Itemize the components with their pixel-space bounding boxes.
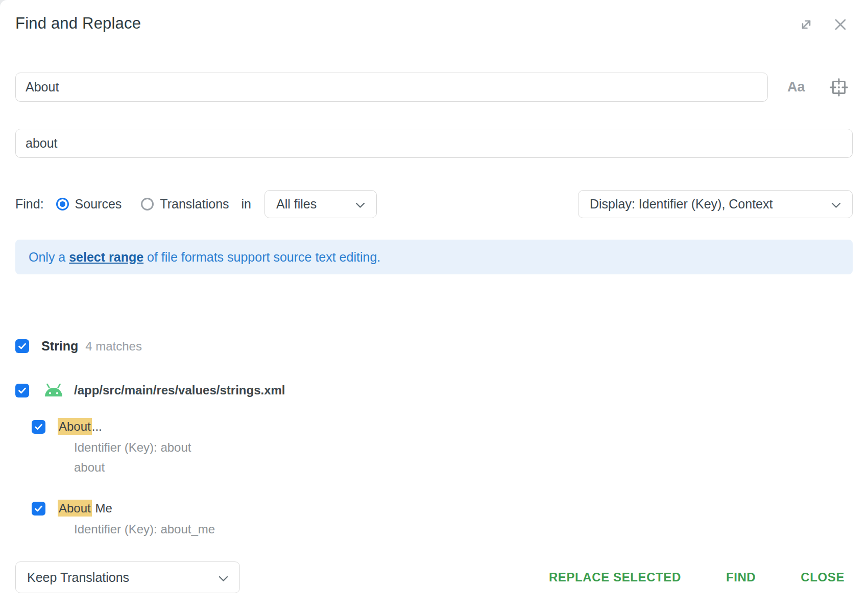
radio-sources[interactable]: Sources — [56, 197, 122, 212]
group-match-count: 4 matches — [85, 339, 142, 354]
footer-actions: REPLACE SELECTED FIND CLOSE — [541, 565, 853, 590]
expand-icon[interactable] — [799, 17, 814, 32]
banner-text-suffix: of file formats support source text edit… — [143, 250, 380, 264]
match-rest: ... — [92, 419, 102, 433]
check-icon — [17, 386, 27, 395]
header-icons — [799, 14, 853, 33]
find-and-replace-dialog: Find and Replace Aa — [0, 0, 868, 609]
chevron-down-icon — [831, 197, 841, 212]
files-select-value: All files — [276, 197, 317, 212]
find-scope-radios: Sources Translations — [56, 197, 229, 212]
replace-input[interactable] — [15, 129, 853, 158]
match-whole-phrase-icon[interactable] — [829, 77, 849, 98]
close-icon[interactable] — [832, 16, 849, 33]
match-checkbox[interactable] — [32, 502, 45, 516]
string-group-checkbox[interactable] — [15, 339, 29, 353]
translations-select-value: Keep Translations — [27, 570, 129, 585]
group-label: String — [41, 339, 78, 354]
match-highlight: About — [58, 500, 92, 517]
display-select-value: Display: Identifier (Key), Context — [590, 197, 773, 212]
file-checkbox[interactable] — [15, 384, 29, 397]
radio-translations-label: Translations — [160, 197, 229, 212]
check-icon — [17, 341, 27, 351]
android-icon — [42, 381, 65, 400]
match-context: about — [74, 460, 853, 475]
check-icon — [34, 422, 43, 432]
match-highlight: About — [58, 418, 92, 435]
search-tools: Aa — [787, 77, 849, 98]
close-button[interactable]: CLOSE — [792, 565, 853, 590]
chevron-down-icon — [219, 570, 228, 585]
find-button[interactable]: FIND — [718, 565, 764, 590]
match-identifier: Identifier (Key): about — [74, 440, 853, 455]
match-text: About... — [58, 418, 102, 435]
match-checkbox[interactable] — [32, 420, 45, 434]
find-label: Find: — [15, 197, 44, 212]
radio-translations-icon — [141, 198, 154, 210]
translations-select[interactable]: Keep Translations — [15, 561, 240, 593]
dialog-title: Find and Replace — [15, 14, 141, 33]
search-input[interactable] — [15, 73, 768, 102]
search-row: Aa — [15, 73, 853, 102]
match-identifier: Identifier (Key): about_me — [74, 522, 853, 537]
chevron-down-icon — [355, 197, 365, 212]
divider — [0, 363, 868, 363]
file-path: /app/src/main/res/values/strings.xml — [74, 383, 285, 397]
display-select[interactable]: Display: Identifier (Key), Context — [578, 190, 853, 218]
replace-row — [15, 129, 853, 158]
check-icon — [34, 504, 43, 513]
radio-sources-icon — [56, 198, 69, 210]
dialog-footer: Keep Translations REPLACE SELECTED FIND … — [15, 561, 853, 593]
options-row: Find: Sources Translations in All files … — [15, 190, 853, 218]
banner-text-prefix: Only a — [29, 250, 69, 264]
match-text: About Me — [58, 500, 112, 517]
select-range-link[interactable]: select range — [69, 250, 143, 264]
in-label: in — [242, 197, 251, 212]
string-group-row: String 4 matches — [15, 339, 853, 354]
radio-translations[interactable]: Translations — [141, 197, 229, 212]
dialog-header: Find and Replace — [15, 14, 853, 33]
files-select[interactable]: All files — [264, 190, 377, 218]
file-row: /app/src/main/res/values/strings.xml — [15, 381, 853, 400]
match-row: About Me Identifier (Key): about_me — [15, 500, 853, 537]
replace-selected-button[interactable]: REPLACE SELECTED — [541, 565, 689, 590]
match-rest: Me — [92, 501, 112, 515]
radio-sources-label: Sources — [75, 197, 122, 212]
info-banner: Only a select range of file formats supp… — [15, 240, 853, 274]
match-row: About... Identifier (Key): about about — [15, 418, 853, 475]
case-sensitive-icon[interactable]: Aa — [787, 79, 805, 95]
